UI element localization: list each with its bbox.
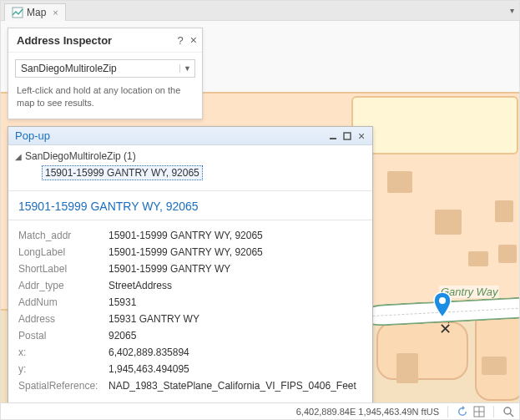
app-frame: Map × ▾ Gantry Way ✕· (0, 0, 520, 420)
svg-point-7 (504, 407, 511, 414)
attribute-row: ShortLabel15901-15999 GANTRY WY (18, 261, 362, 277)
search-icon[interactable] (502, 406, 514, 417)
chevron-down-icon: ▼ (179, 64, 194, 73)
attribute-key: AddNum (18, 296, 109, 308)
tab-label: Map (27, 7, 46, 18)
attribute-row: x:6,402,889.835894 (18, 344, 362, 361)
svg-rect-2 (330, 138, 336, 139)
crosshair-icon: ✕· (439, 320, 452, 338)
attribute-row: LongLabel15901-15999 GANTRY WY, 92065 (18, 244, 362, 261)
attribute-key: Match_addr (18, 230, 109, 241)
address-inspector-hint: Left-click and hold at any location on t… (8, 84, 202, 119)
attribute-value: 15901-15999 GANTRY WY, 92065 (109, 230, 362, 241)
tab-map[interactable]: Map × (4, 3, 66, 21)
attribute-list: Match_addr15901-15999 GANTRY WY, 92065Lo… (8, 220, 372, 402)
status-coordinates: 6,402,889.84E 1,945,463.49N ftUS (296, 407, 439, 417)
tab-bar: Map × ▾ (1, 1, 519, 21)
attribute-key: Postal (18, 330, 109, 342)
refresh-icon[interactable] (457, 406, 468, 417)
popup-titlebar[interactable]: Pop-up × (8, 127, 372, 145)
popup-header-address: 15901-15999 GANTRY WY, 92065 (8, 193, 372, 220)
attribute-key: x: (18, 347, 109, 358)
address-inspector-title: Address Inspector (17, 34, 178, 47)
attribute-value: StreetAddress (109, 280, 362, 291)
attribute-row: Addr_typeStreetAddress (18, 277, 362, 294)
popup-panel: Pop-up × ◢ SanDiegoMultiroleZip (1) 1590… (8, 126, 373, 403)
map-marker-icon (433, 292, 452, 317)
grid-icon[interactable] (473, 406, 485, 417)
attribute-value: 6,402,889.835894 (109, 347, 362, 358)
attribute-row: y:1,945,463.494095 (18, 361, 362, 377)
attribute-key: LongLabel (18, 246, 109, 258)
attribute-value: 1,945,463.494095 (109, 363, 362, 375)
minimize-icon[interactable] (327, 130, 339, 142)
locator-select[interactable]: SanDiegoMultiroleZip ▼ (15, 59, 195, 78)
attribute-row: Postal92065 (18, 327, 362, 344)
attribute-row: Address15931 GANTRY WY (18, 311, 362, 327)
attribute-value: 15931 (109, 296, 362, 308)
attribute-row: AddNum15931 (18, 294, 362, 311)
popup-title: Pop-up (15, 129, 325, 142)
tree-item[interactable]: 15901-15999 GANTRY WY, 92065 (42, 165, 203, 180)
attribute-row: SpatialReference:NAD_1983_StatePlane_Cal… (18, 377, 362, 394)
attribute-value: 92065 (109, 330, 362, 342)
attribute-row: Match_addr15901-15999 GANTRY WY, 92065 (18, 227, 362, 244)
tree-group[interactable]: ◢ SanDiegoMultiroleZip (1) (15, 150, 366, 162)
svg-rect-3 (344, 133, 351, 139)
close-icon[interactable]: × (356, 130, 367, 142)
view-menu-caret[interactable]: ▾ (510, 6, 514, 15)
attribute-key: SpatialReference: (18, 380, 109, 392)
attribute-key: y: (18, 363, 109, 375)
attribute-key: ShortLabel (18, 263, 109, 275)
attribute-key: Address (18, 313, 109, 325)
attribute-value: 15931 GANTRY WY (109, 313, 362, 325)
tree-collapse-icon[interactable]: ◢ (15, 152, 22, 161)
maximize-icon[interactable] (341, 130, 353, 142)
attribute-key: Addr_type (18, 280, 109, 291)
tab-close-icon[interactable]: × (53, 8, 58, 18)
status-bar: 6,402,889.84E 1,945,463.49N ftUS (1, 402, 519, 419)
svg-line-8 (510, 413, 513, 417)
attribute-value: NAD_1983_StatePlane_California_VI_FIPS_0… (109, 380, 362, 392)
popup-tree: ◢ SanDiegoMultiroleZip (1) 15901-15999 G… (8, 145, 372, 189)
map-icon (12, 7, 23, 18)
attribute-value: 15901-15999 GANTRY WY (109, 263, 362, 275)
help-icon[interactable]: ? (178, 34, 184, 47)
address-inspector-panel: Address Inspector ? × SanDiegoMultiroleZ… (8, 28, 203, 119)
close-icon[interactable]: × (190, 33, 197, 47)
tree-group-label: SanDiegoMultiroleZip (1) (25, 150, 136, 162)
attribute-value: 15901-15999 GANTRY WY, 92065 (109, 246, 362, 258)
locator-select-value: SanDiegoMultiroleZip (16, 63, 179, 74)
svg-point-1 (439, 297, 446, 304)
